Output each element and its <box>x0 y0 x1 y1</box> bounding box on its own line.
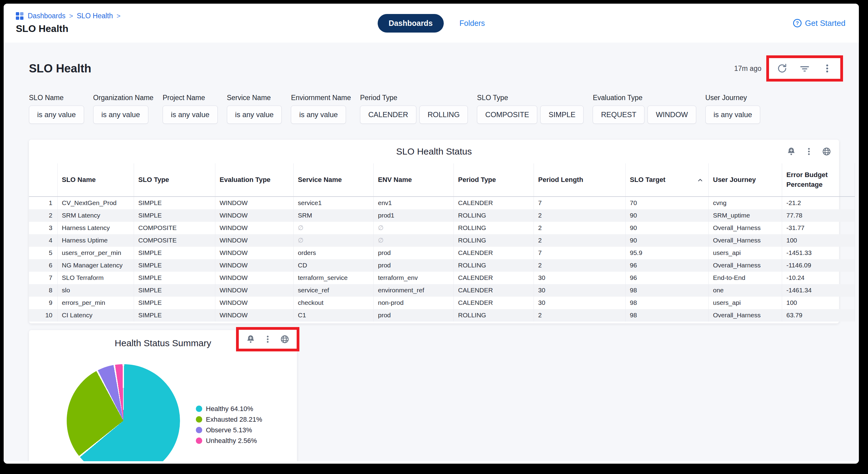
get-started-button[interactable]: ? Get Started <box>793 19 845 28</box>
table-cell: CALENDER <box>454 247 534 259</box>
kebab-menu-icon[interactable] <box>263 335 272 344</box>
legend-dot <box>196 416 202 422</box>
table-cell: environment_ref <box>374 284 454 297</box>
table-cell: WINDOW <box>215 234 293 247</box>
table-row[interactable]: 5users_error_per_minSIMPLEWINDOWorderspr… <box>29 247 855 259</box>
legend-item-observe[interactable]: Observe 5.13% <box>196 426 262 434</box>
tab-folders[interactable]: Folders <box>460 19 485 28</box>
row-number: 8 <box>29 284 58 297</box>
filter-option-window[interactable]: WINDOW <box>648 106 696 124</box>
filter-option-is-any-value[interactable]: is any value <box>93 106 148 124</box>
column-header-slo-target[interactable]: SLO Target <box>626 163 709 197</box>
filter-option-simple[interactable]: SIMPLE <box>540 106 584 124</box>
table-cell: 63.79 <box>782 309 855 321</box>
table-cell: terraform_env <box>374 272 454 284</box>
table-cell: 98 <box>626 284 709 297</box>
table-cell: WINDOW <box>215 209 293 222</box>
table-card-icons <box>787 147 831 156</box>
column-header-period-length[interactable]: Period Length <box>534 163 626 197</box>
column-header-evaluation-type[interactable]: Evaluation Type <box>215 163 293 197</box>
legend-item-healthy[interactable]: Healthy 64.10% <box>196 405 262 413</box>
table-cell: ∅ <box>293 234 374 247</box>
table-row[interactable]: 8sloSIMPLEWINDOWservice_refenvironment_r… <box>29 284 855 297</box>
filter-option-composite[interactable]: COMPOSITE <box>477 106 537 124</box>
bell-plus-icon[interactable] <box>246 335 255 344</box>
table-row[interactable]: 7SLO TerraformSIMPLEWINDOWterraform_serv… <box>29 272 855 284</box>
breadcrumb-link-slo-health[interactable]: SLO Health <box>77 12 113 20</box>
table-row[interactable]: 6NG Manager LatencySIMPLEWINDOWCDprodROL… <box>29 259 855 272</box>
table-cell: SIMPLE <box>134 259 215 272</box>
filter-option-is-any-value[interactable]: is any value <box>705 106 761 124</box>
table-cell: 90 <box>626 234 709 247</box>
legend-item-unhealthy[interactable]: Unhealthy 2.56% <box>196 437 262 445</box>
table-cell: Harness Latency <box>58 222 134 234</box>
table-cell: Overall_Harness <box>709 222 782 234</box>
table-row[interactable]: 3Harness LatencyCOMPOSITEWINDOW∅∅ROLLING… <box>29 222 855 234</box>
column-header-env-name[interactable]: ENV Name <box>374 163 454 197</box>
column-header-slo-type[interactable]: SLO Type <box>134 163 215 197</box>
table-row[interactable]: 9errors_per_minSIMPLEWINDOWcheckoutnon-p… <box>29 297 855 309</box>
filter-option-rolling[interactable]: ROLLING <box>420 106 468 124</box>
table-cell: SIMPLE <box>134 309 215 321</box>
table-cell: 90 <box>626 209 709 222</box>
filter-label: User Journey <box>705 94 761 102</box>
legend-label: Observe 5.13% <box>206 426 252 434</box>
kebab-menu-icon[interactable] <box>822 63 832 74</box>
table-cell: WINDOW <box>215 284 293 297</box>
table-row[interactable]: 2SRM LatencySIMPLEWINDOWSRMprod1ROLLING2… <box>29 209 855 222</box>
legend-label: Exhausted 28.21% <box>206 415 262 424</box>
table-cell: 30 <box>534 272 626 284</box>
table-cell: 2 <box>534 234 626 247</box>
filter-option-calender[interactable]: CALENDER <box>360 106 416 124</box>
breadcrumb-link-dashboards[interactable]: Dashboards <box>28 12 65 20</box>
table-cell: WINDOW <box>215 197 293 209</box>
breadcrumb: Dashboards > SLO Health > <box>16 12 378 20</box>
globe-icon[interactable] <box>280 335 289 344</box>
table-cell: cvng <box>709 197 782 209</box>
table-cell: 70 <box>626 197 709 209</box>
table-row[interactable]: 10CI LatencySIMPLEWINDOWC1prodROLLING298… <box>29 309 855 321</box>
table-cell: WINDOW <box>215 272 293 284</box>
table-row[interactable]: 1CV_NextGen_ProdSIMPLEWINDOWservice1env1… <box>29 197 855 209</box>
table-cell: users_api <box>709 247 782 259</box>
row-number: 6 <box>29 259 58 272</box>
table-row[interactable]: 4Harness UptimeCOMPOSITEWINDOW∅∅ROLLING2… <box>29 234 855 247</box>
filter-option-request[interactable]: REQUEST <box>593 106 645 124</box>
legend-item-exhausted[interactable]: Exhausted 28.21% <box>196 415 262 424</box>
filter-option-is-any-value[interactable]: is any value <box>291 106 346 124</box>
column-header-service-name[interactable]: Service Name <box>293 163 374 197</box>
column-header-error-budget-percentage[interactable]: Error Budget Percentage <box>782 163 855 197</box>
top-nav-tabs: Dashboards Folders <box>378 14 485 33</box>
app-window: Dashboards > SLO Health > SLO Health Das… <box>4 4 859 464</box>
filter-group-enviornment-name: Enviornment Nameis any value <box>291 94 351 124</box>
bell-plus-icon[interactable] <box>787 147 796 156</box>
column-header-slo-name[interactable]: SLO Name <box>58 163 134 197</box>
filter-option-is-any-value[interactable]: is any value <box>227 106 282 124</box>
table-cell: NG Manager Latency <box>58 259 134 272</box>
filter-option-is-any-value[interactable]: is any value <box>163 106 218 124</box>
globe-icon[interactable] <box>822 147 831 156</box>
slo-health-status-card: SLO Health Status SLO NameSLO TypeEvalua… <box>29 140 839 324</box>
table-cell: 30 <box>534 284 626 297</box>
column-header-user-journey[interactable]: User Journey <box>709 163 782 197</box>
health-status-pie-chart[interactable] <box>67 364 180 461</box>
dashboard-title: SLO Health <box>29 62 91 75</box>
filter-icon[interactable] <box>800 63 810 74</box>
legend-dot <box>196 438 202 444</box>
table-cell: slo <box>58 284 134 297</box>
table-cell: 2 <box>534 259 626 272</box>
kebab-menu-icon[interactable] <box>804 147 813 156</box>
table-cell: users_api <box>709 297 782 309</box>
table-cell: SIMPLE <box>134 297 215 309</box>
table-cell: ROLLING <box>454 309 534 321</box>
table-cell: service_ref <box>293 284 374 297</box>
tab-dashboards[interactable]: Dashboards <box>378 14 443 33</box>
column-header-period-type[interactable]: Period Type <box>454 163 534 197</box>
filter-option-is-any-value[interactable]: is any value <box>29 106 84 124</box>
table-cell: service1 <box>293 197 374 209</box>
table-cell: 98 <box>626 309 709 321</box>
refresh-icon[interactable] <box>777 63 787 74</box>
table-cell: orders <box>293 247 374 259</box>
table-cell: -10.24 <box>782 272 855 284</box>
table-cell: 95.9 <box>626 247 709 259</box>
